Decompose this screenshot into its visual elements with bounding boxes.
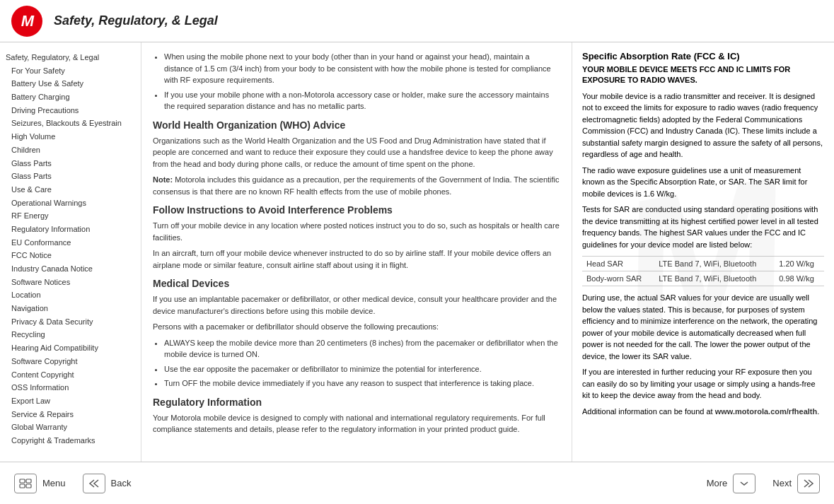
sidebar-item[interactable]: Operational Warnings	[6, 197, 135, 210]
sar-table: Head SARLTE Band 7, WiFi, Bluetooth1.20 …	[582, 256, 824, 286]
more-label: More	[707, 478, 728, 488]
medical-heading: Medical Devices	[153, 278, 560, 289]
list-item: Use the ear opposite the pacemaker or de…	[164, 363, 560, 375]
menu-button[interactable]: Menu	[14, 474, 66, 493]
sidebar-item[interactable]: Software Copyright	[6, 355, 135, 368]
follow-p1: Turn off your mobile device in any locat…	[153, 220, 560, 243]
svg-rect-1	[26, 479, 31, 483]
list-item: If you use your mobile phone with a non-…	[164, 89, 560, 112]
main-layout: Safety, Regulatory, & LegalFor Your Safe…	[0, 42, 834, 462]
sidebar-item[interactable]: Service & Repairs	[6, 408, 135, 421]
right-panel: M Specific Absorption Rate (FCC & IC) YO…	[572, 42, 834, 462]
sar-tech: LTE Band 7, WiFi, Bluetooth	[654, 271, 775, 286]
sidebar-item[interactable]: Software Notices	[6, 276, 135, 289]
footer-left: Menu Back	[14, 474, 131, 493]
note-text: Motorola includes this guidance as a pre…	[153, 175, 560, 196]
content-area: When using the mobile phone next to your…	[141, 42, 572, 462]
svg-rect-3	[26, 484, 31, 488]
sidebar-item[interactable]: Recycling	[6, 328, 135, 341]
sidebar-item[interactable]: Glass Parts	[6, 170, 135, 183]
motorola-logo: M	[11, 6, 42, 37]
menu-icon	[14, 474, 37, 493]
more-icon	[733, 474, 755, 493]
sidebar-item[interactable]: Glass Parts	[6, 157, 135, 170]
logo-letter: M	[21, 12, 33, 30]
who-paragraph: Organizations such as the World Health O…	[153, 135, 560, 170]
sidebar-item[interactable]: Global Warranty	[6, 421, 135, 434]
follow-heading: Follow Instructions to Avoid Interferenc…	[153, 204, 560, 216]
sidebar-item[interactable]: Location	[6, 288, 135, 302]
sar-p5: If you are interested in further reducin…	[582, 366, 824, 402]
more-button[interactable]: More	[707, 474, 756, 493]
footer-right: More Next	[707, 474, 820, 493]
sar-subtitle: YOUR MOBILE DEVICE MEETS FCC AND IC LIMI…	[582, 64, 824, 86]
menu-label: Menu	[42, 478, 66, 488]
sar-value: 0.98 W/kg	[775, 271, 824, 286]
follow-p2: In an aircraft, turn off your mobile dev…	[153, 247, 560, 271]
sidebar-item[interactable]: High Volume	[6, 130, 135, 143]
reg-heading: Regulatory Information	[153, 397, 560, 408]
back-label: Back	[111, 478, 132, 488]
list-item: When using the mobile phone next to your…	[164, 51, 560, 86]
sidebar-item[interactable]: Content Copyright	[6, 368, 135, 382]
sidebar-item[interactable]: Seizures, Blackouts & Eyestrain	[6, 117, 135, 130]
sidebar-item[interactable]: Children	[6, 143, 135, 157]
next-button[interactable]: Next	[772, 474, 820, 493]
svg-rect-0	[20, 479, 25, 483]
medical-p2: Persons with a pacemaker or defibrillato…	[153, 321, 560, 333]
page-title: Safety, Regulatory, & Legal	[54, 13, 218, 28]
sidebar-item[interactable]: Navigation	[6, 302, 135, 315]
back-icon	[83, 474, 105, 493]
sidebar-item[interactable]: Regulatory Information	[6, 223, 135, 236]
back-button[interactable]: Back	[83, 474, 132, 493]
footer: Menu Back More Next	[0, 462, 834, 504]
sidebar-item[interactable]: FCC Notice	[6, 249, 135, 262]
list-item: Turn OFF the mobile device immediately i…	[164, 377, 560, 389]
sidebar-item[interactable]: Driving Precautions	[6, 104, 135, 117]
sar-p3: Tests for SAR are conducted using standa…	[582, 204, 824, 250]
sar-p6-prefix: Additional information can be found at	[582, 407, 715, 416]
sar-label: Body-worn SAR	[582, 271, 654, 286]
sar-value: 1.20 W/kg	[775, 257, 824, 271]
sar-p2: The radio wave exposure guidelines use a…	[582, 165, 824, 200]
sar-p4: During use, the actual SAR values for yo…	[582, 292, 824, 362]
sar-p1: Your mobile device is a radio transmitte…	[582, 90, 824, 160]
list-item: ALWAYS keep the mobile device more than …	[164, 337, 560, 361]
sar-table-row: Head SARLTE Band 7, WiFi, Bluetooth1.20 …	[582, 257, 824, 271]
header: M Safety, Regulatory, & Legal	[0, 0, 834, 42]
sidebar-item[interactable]: For Your Safety	[6, 64, 135, 78]
sidebar-item[interactable]: Industry Canada Notice	[6, 262, 135, 276]
sar-table-row: Body-worn SARLTE Band 7, WiFi, Bluetooth…	[582, 271, 824, 286]
sar-p6-suffix: .	[817, 407, 819, 416]
sidebar: Safety, Regulatory, & LegalFor Your Safe…	[0, 42, 141, 462]
sidebar-item[interactable]: Hearing Aid Compatibility	[6, 341, 135, 355]
sidebar-item[interactable]: Use & Care	[6, 183, 135, 197]
reg-text: Your Motorola mobile device is designed …	[153, 412, 560, 435]
sidebar-item[interactable]: RF Energy	[6, 209, 135, 223]
sidebar-item[interactable]: Export Law	[6, 394, 135, 408]
next-label: Next	[772, 478, 792, 488]
sidebar-item[interactable]: Battery Charging	[6, 90, 135, 104]
sidebar-item[interactable]: Copyright & Trademarks	[6, 434, 135, 447]
sidebar-item[interactable]: OSS Information	[6, 381, 135, 394]
note-label: Note:	[153, 175, 173, 184]
sidebar-item[interactable]: Battery Use & Safety	[6, 77, 135, 90]
medical-p1: If you use an implantable pacemaker or d…	[153, 293, 560, 317]
who-note: Note: Motorola includes this guidance as…	[153, 174, 560, 197]
motorola-rf-link[interactable]: www.motorola.com/rfhealth	[715, 407, 817, 416]
sidebar-item[interactable]: EU Conformance	[6, 236, 135, 250]
sar-p6: Additional information can be found at w…	[582, 406, 824, 418]
sidebar-item[interactable]: Safety, Regulatory, & Legal	[6, 51, 135, 64]
next-icon	[797, 474, 820, 493]
sar-tech: LTE Band 7, WiFi, Bluetooth	[654, 257, 775, 271]
who-heading: World Health Organization (WHO) Advice	[153, 119, 560, 131]
svg-rect-2	[20, 484, 25, 488]
sar-label: Head SAR	[582, 257, 654, 271]
sidebar-item[interactable]: Privacy & Data Security	[6, 315, 135, 329]
sar-title: Specific Absorption Rate (FCC & IC)	[582, 51, 824, 61]
